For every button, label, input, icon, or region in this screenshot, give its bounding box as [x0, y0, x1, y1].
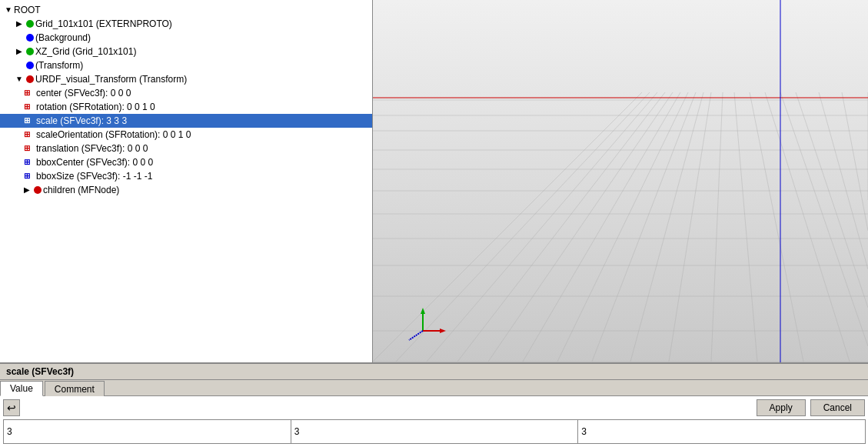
field-icon-center: ⊞: [22, 88, 32, 98]
field-icon-scale: ⊞: [22, 115, 32, 126]
tree-item-scaleorientation[interactable]: ⊞ scaleOrientation (SFRotation): 0 0 1 0: [0, 128, 372, 142]
tree-label-scale: scale (SFVec3f): 3 3 3: [36, 115, 369, 127]
tree-label-bboxcenter: bboxCenter (SFVec3f): 0 0 0: [36, 156, 369, 168]
scene-tree-panel: ▼ ROOT ▶ Grid_101x101 (EXTERNPROTO) ▶ (B…: [0, 0, 373, 362]
tab-value[interactable]: Value: [0, 381, 43, 396]
dot-grid: [26, 20, 34, 28]
tab-comment[interactable]: Comment: [45, 381, 105, 396]
tree-label-root: ROOT: [14, 4, 369, 16]
bottom-panel: scale (SFVec3f) Value Comment ↩ Apply Ca…: [0, 362, 868, 447]
field-icon-bboxsize: ⊞: [22, 171, 32, 182]
svg-rect-0: [373, 0, 868, 362]
expand-icon-xzgrid[interactable]: ▶: [14, 46, 25, 57]
dot-urdf: [26, 75, 34, 83]
field-icon-bboxcenter: ⊞: [22, 157, 32, 168]
tree-item-root[interactable]: ▼ ROOT: [0, 3, 372, 17]
viewport[interactable]: [373, 0, 868, 362]
tree-item-children[interactable]: ▶ children (MFNode): [0, 183, 372, 197]
tree-label-rotation: rotation (SFRotation): 0 0 1 0: [36, 101, 369, 113]
field-icon-scaleorientation: ⊞: [22, 129, 32, 140]
tree-item-translation[interactable]: ⊞ translation (SFVec3f): 0 0 0: [0, 142, 372, 155]
tree-item-scale[interactable]: ⊞ scale (SFVec3f): 3 3 3: [0, 114, 372, 128]
tree-item-background[interactable]: ▶ (Background): [0, 31, 372, 45]
dot-transform: [26, 62, 34, 69]
expand-icon-grid[interactable]: ▶: [14, 18, 25, 29]
viewport-grid: [373, 0, 868, 362]
tree-label-children: children (MFNode): [43, 184, 369, 196]
tree-label-grid: Grid_101x101 (EXTERNPROTO): [35, 18, 369, 30]
field-icon-translation: ⊞: [22, 143, 32, 154]
expand-icon-root[interactable]: ▼: [3, 5, 14, 15]
expand-icon-children[interactable]: ▶: [22, 185, 32, 195]
bottom-content: ↩ Apply Cancel: [0, 396, 868, 447]
apply-button[interactable]: Apply: [757, 399, 806, 416]
value-field-y[interactable]: [291, 419, 579, 444]
tree-label-xzgrid: XZ_Grid (Grid_101x101): [35, 45, 369, 58]
value-fields-row: [3, 419, 865, 444]
tabs-row: Value Comment: [0, 380, 868, 396]
tree-label-urdf: URDF_visual_Transform (Transform): [35, 73, 369, 85]
bottom-panel-title: scale (SFVec3f): [0, 364, 868, 380]
dot-children: [34, 186, 42, 194]
main-container: ▼ ROOT ▶ Grid_101x101 (EXTERNPROTO) ▶ (B…: [0, 0, 868, 447]
dot-xzgrid: [26, 48, 34, 55]
tree-item-bboxsize[interactable]: ⊞ bboxSize (SFVec3f): -1 -1 -1: [0, 169, 372, 183]
value-field-x[interactable]: [3, 419, 291, 444]
tree-label-bboxsize: bboxSize (SFVec3f): -1 -1 -1: [36, 170, 369, 182]
tree-item-xz-grid[interactable]: ▶ XZ_Grid (Grid_101x101): [0, 45, 372, 58]
tree-label-scaleorientation: scaleOrientation (SFRotation): 0 0 1 0: [36, 128, 369, 141]
action-buttons: Apply Cancel: [757, 399, 865, 416]
field-icon-rotation: ⊞: [22, 102, 32, 112]
tree-label-transform: (Transform): [35, 59, 369, 72]
top-area: ▼ ROOT ▶ Grid_101x101 (EXTERNPROTO) ▶ (B…: [0, 0, 868, 362]
tree-item-grid-externproto[interactable]: ▶ Grid_101x101 (EXTERNPROTO): [0, 17, 372, 31]
expand-icon-urdf[interactable]: ▼: [14, 74, 25, 85]
cancel-button[interactable]: Cancel: [810, 399, 865, 416]
tree-item-center[interactable]: ⊞ center (SFVec3f): 0 0 0: [0, 86, 372, 100]
undo-button[interactable]: ↩: [3, 399, 20, 416]
tree-label-bg: (Background): [35, 32, 369, 44]
tree-label-center: center (SFVec3f): 0 0 0: [36, 87, 369, 99]
tree-label-translation: translation (SFVec3f): 0 0 0: [36, 142, 369, 155]
tree-item-bboxcenter[interactable]: ⊞ bboxCenter (SFVec3f): 0 0 0: [0, 155, 372, 169]
value-field-z[interactable]: [577, 419, 866, 444]
tree-item-rotation[interactable]: ⊞ rotation (SFRotation): 0 0 1 0: [0, 100, 372, 114]
action-row: ↩ Apply Cancel: [3, 399, 865, 416]
dot-bg: [26, 34, 34, 42]
tree-item-transform[interactable]: ▶ (Transform): [0, 58, 372, 72]
tree-item-urdf[interactable]: ▼ URDF_visual_Transform (Transform): [0, 72, 372, 86]
